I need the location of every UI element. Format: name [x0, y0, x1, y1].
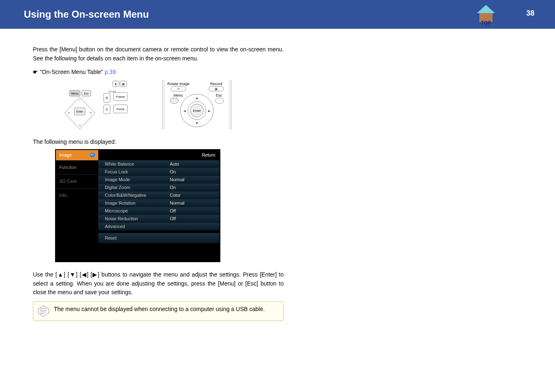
label-esc: Esc: [84, 92, 89, 95]
menu-screenshot: Image ↵ Function SD Card Info Return Whi…: [55, 149, 220, 262]
svg-text:TOP: TOP: [481, 20, 491, 26]
note-text: The menu cannot be displayed when connec…: [54, 305, 265, 314]
menu-item: Digital ZoomOn: [98, 184, 220, 191]
control-panel-illustration: Menu Esc Enter ☼ ☀ ◄ ► ▼ ◐ ▣: [55, 80, 129, 129]
svg-text:◄: ◄: [183, 109, 187, 113]
svg-point-32: [215, 98, 224, 104]
svg-text:◐: ◐: [115, 82, 118, 86]
svg-text:▣: ▣: [215, 87, 218, 91]
left-arrow-icon: ◀: [81, 271, 87, 278]
reference-text: "On-Screen Menu Table": [40, 69, 103, 75]
reference-line: ☛ "On-Screen Menu Table" p.39: [33, 68, 284, 77]
svg-text:⊕: ⊕: [105, 96, 109, 100]
menu-item: White BalanceAuto: [98, 160, 220, 168]
page-header: Using the On-screen Menu TOP 38: [0, 0, 555, 29]
label-freeze: Freeze: [116, 95, 125, 98]
svg-marker-0: [477, 5, 495, 13]
menu-right-panel: Return White BalanceAuto Focus LockOn Im…: [98, 150, 220, 261]
menu-tab-info: Info: [56, 188, 98, 202]
svg-text:▼: ▼: [79, 129, 81, 129]
right-arrow-icon: ▶: [92, 271, 98, 278]
pointer-icon: ☛: [33, 69, 38, 75]
menu-item: Image RotationNormal: [98, 199, 220, 207]
svg-text:►: ►: [208, 109, 211, 113]
label-record: Record: [210, 82, 222, 86]
menu-tab-function: Function: [56, 160, 98, 174]
menu-item: Advanced: [98, 223, 220, 231]
svg-text:☀: ☀: [79, 124, 81, 127]
label-enter2: Enter: [193, 109, 201, 113]
up-arrow-icon: ▲: [57, 271, 64, 278]
page-number: 38: [526, 9, 534, 18]
svg-point-31: [170, 98, 178, 104]
remote-control-illustration: Rotate Image Record ⟳ ▣ Menu Esc Enter ▲…: [162, 80, 232, 129]
svg-text:▲: ▲: [195, 96, 199, 100]
label-enter: Enter: [76, 110, 83, 113]
navigation-paragraph: Use the [▲] [▼] [◀] [▶] buttons to navig…: [33, 270, 284, 297]
label-esc2: Esc: [216, 93, 222, 97]
svg-text:⟳: ⟳: [177, 87, 180, 91]
menu-return-label: Return: [98, 150, 220, 160]
menu-left-column: Image ↵ Function SD Card Info: [56, 150, 98, 261]
svg-text:⊖: ⊖: [105, 107, 109, 111]
label-menu: Menu: [71, 92, 79, 95]
svg-text:►: ►: [90, 111, 92, 114]
svg-text:▼: ▼: [195, 121, 199, 125]
note-icon: [37, 305, 50, 317]
intro-paragraph: Press the [Menu] button on the document …: [33, 45, 284, 63]
menu-item: Color/B&W/NegativeColor: [98, 191, 220, 199]
menu-reset: Reset: [98, 233, 220, 243]
menu-item: Focus LockOn: [98, 168, 220, 176]
reference-link[interactable]: p.39: [104, 69, 116, 75]
menu-item: Image ModeNormal: [98, 176, 220, 184]
page-title: Using the On-screen Menu: [24, 9, 149, 20]
top-navigation-icon[interactable]: TOP: [474, 3, 497, 26]
menu-intro-text: The following menu is displayed:: [33, 138, 284, 147]
menu-item: Noise ReductionOff: [98, 215, 220, 223]
menu-item: MicroscopeOff: [98, 207, 220, 215]
svg-text:◄: ◄: [67, 111, 70, 114]
svg-text:▣: ▣: [122, 82, 125, 86]
illustration-row: Menu Esc Enter ☼ ☀ ◄ ► ▼ ◐ ▣: [55, 80, 284, 129]
label-menu2: Menu: [173, 93, 183, 97]
label-rotate: Rotate Image: [167, 82, 190, 86]
svg-marker-40: [38, 306, 49, 316]
menu-tab-sdcard: SD Card: [56, 174, 98, 188]
enter-icon: ↵: [90, 152, 95, 157]
menu-tab-image: Image ↵: [56, 150, 98, 160]
label-focus: Focus: [116, 108, 125, 111]
svg-text:☼: ☼: [78, 98, 81, 102]
note-box: The menu cannot be displayed when connec…: [33, 301, 284, 321]
down-arrow-icon: ▼: [69, 271, 76, 278]
